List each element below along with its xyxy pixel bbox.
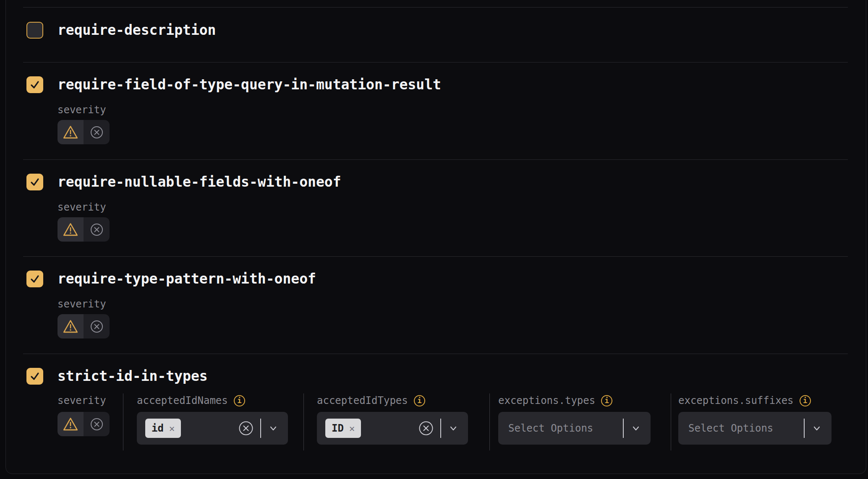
column-divider — [671, 393, 671, 450]
column-divider — [123, 393, 123, 450]
checkbox-require-description[interactable] — [26, 22, 43, 39]
checkbox-require-nullable-fields-with-oneof[interactable] — [26, 174, 43, 190]
option-label-text: acceptedIdTypes — [317, 395, 408, 406]
info-icon[interactable]: i — [601, 395, 612, 406]
rule-name: strict-id-in-types — [58, 368, 208, 385]
check-icon — [29, 79, 40, 90]
warning-icon — [63, 125, 78, 139]
option-label-exceptions-types: exceptions.types i — [498, 395, 612, 406]
info-icon[interactable]: i — [234, 395, 245, 406]
checkbox-strict-id-in-types[interactable] — [26, 368, 43, 385]
circle-x-icon — [90, 223, 103, 236]
checkbox-require-field-of-type-query-in-mutation-result[interactable] — [26, 76, 43, 93]
tag-chip: id ✕ — [145, 419, 181, 438]
option-label-text: exceptions.types — [498, 395, 595, 406]
field-placeholder: Select Options — [507, 422, 593, 434]
severity-warn-button[interactable] — [58, 217, 84, 242]
rule-name: require-type-pattern-with-oneof — [58, 271, 316, 287]
info-icon[interactable]: i — [800, 395, 811, 406]
field-separator — [260, 419, 261, 438]
circle-x-icon — [90, 418, 103, 431]
tag-label: id — [152, 422, 164, 434]
row-divider — [23, 354, 848, 354]
severity-control — [58, 120, 110, 144]
severity-label: severity — [58, 395, 106, 406]
option-label-acceptedIdNames: acceptedIdNames i — [137, 395, 245, 406]
field-separator — [623, 419, 624, 438]
acceptedIdTypes-multiselect[interactable]: ID ✕ — [317, 412, 468, 445]
severity-warn-button[interactable] — [58, 412, 84, 436]
remove-tag-icon[interactable]: ✕ — [349, 423, 355, 434]
tag-label: ID — [332, 422, 344, 434]
row-divider — [23, 256, 848, 257]
chevron-down-icon[interactable] — [811, 423, 822, 434]
column-divider — [303, 393, 304, 450]
option-label-text: exceptions.suffixes — [678, 395, 794, 406]
checkbox-require-type-pattern-with-oneof[interactable] — [26, 271, 43, 287]
tag-chip: ID ✕ — [325, 419, 361, 438]
field-separator — [440, 419, 441, 438]
chevron-down-icon[interactable] — [448, 423, 459, 434]
check-icon — [29, 177, 40, 187]
option-label-acceptedIdTypes: acceptedIdTypes i — [317, 395, 425, 406]
option-label-exceptions-suffixes: exceptions.suffixes i — [678, 395, 811, 406]
circle-x-icon — [90, 126, 103, 139]
info-icon[interactable]: i — [414, 395, 425, 406]
clear-icon[interactable] — [238, 421, 254, 436]
rule-name: require-field-of-type-query-in-mutation-… — [58, 76, 441, 93]
severity-label: severity — [58, 298, 106, 310]
chevron-down-icon[interactable] — [268, 423, 279, 434]
severity-warn-button[interactable] — [58, 314, 84, 338]
row-divider — [23, 62, 848, 62]
severity-control — [58, 314, 110, 338]
chevron-down-icon[interactable] — [630, 423, 641, 434]
exceptions-types-multiselect[interactable]: Select Options — [498, 412, 651, 445]
warning-icon — [63, 222, 78, 237]
exceptions-suffixes-multiselect[interactable]: Select Options — [678, 412, 831, 445]
circle-x-icon — [90, 320, 103, 333]
row-divider — [23, 159, 848, 160]
row-divider — [23, 7, 848, 8]
warning-icon — [63, 319, 78, 333]
field-placeholder: Select Options — [687, 422, 773, 434]
clear-icon[interactable] — [418, 421, 434, 436]
rule-name: require-nullable-fields-with-oneof — [58, 174, 341, 190]
severity-control — [58, 412, 110, 436]
option-label-text: acceptedIdNames — [137, 395, 228, 406]
severity-off-button[interactable] — [84, 412, 110, 436]
severity-off-button[interactable] — [84, 120, 110, 144]
severity-label: severity — [58, 104, 106, 116]
field-separator — [804, 419, 805, 438]
rule-name: require-description — [58, 22, 216, 39]
severity-label: severity — [58, 201, 106, 213]
acceptedIdNames-multiselect[interactable]: id ✕ — [137, 412, 288, 445]
column-divider — [489, 393, 490, 450]
check-icon — [29, 273, 40, 284]
severity-warn-button[interactable] — [58, 120, 84, 144]
remove-tag-icon[interactable]: ✕ — [169, 423, 175, 434]
severity-control — [58, 217, 110, 242]
check-icon — [29, 371, 40, 382]
severity-off-button[interactable] — [84, 314, 110, 338]
warning-icon — [63, 417, 78, 431]
severity-off-button[interactable] — [84, 217, 110, 242]
